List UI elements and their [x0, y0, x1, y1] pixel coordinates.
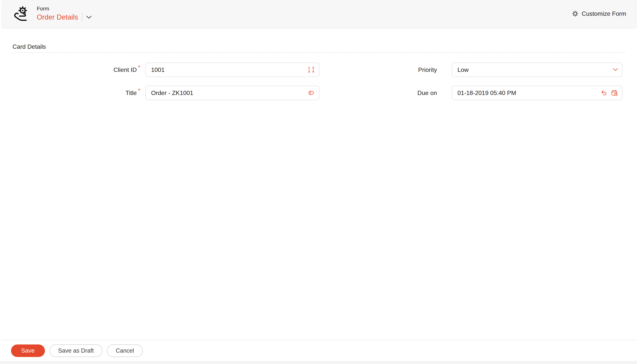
- gear-icon: [572, 10, 578, 17]
- client-id-label: Client ID*: [0, 62, 140, 77]
- header-bar: Form Order Details Customize Form: [2, 0, 637, 28]
- required-asterisk: *: [138, 88, 140, 93]
- bottom-edge-strip: [0, 361, 637, 364]
- number-icon-row1: 1 2: [308, 66, 315, 70]
- section-divider: [12, 52, 625, 53]
- due-on-label: Due on: [320, 86, 437, 100]
- due-on-value: 01-18-2019 05:40 PM: [452, 90, 516, 96]
- section-title: Card Details: [12, 43, 46, 50]
- calendar-clock-icon[interactable]: [611, 90, 618, 96]
- title-field: [146, 86, 320, 100]
- header-form-label: Form: [37, 6, 92, 12]
- due-on-label-text: Due on: [418, 90, 437, 96]
- priority-label-text: Priority: [418, 66, 437, 73]
- title-divider: [82, 13, 82, 22]
- text-field-icon: [307, 90, 315, 96]
- priority-selected-value: Low: [452, 66, 469, 73]
- customize-form-button[interactable]: Customize Form: [572, 10, 626, 17]
- priority-label: Priority: [320, 62, 437, 77]
- hand-gear-logo-icon: [13, 5, 31, 22]
- priority-dropdown[interactable]: Low: [452, 62, 622, 77]
- header-title-block: Form Order Details: [37, 6, 92, 22]
- save-as-draft-button[interactable]: Save as Draft: [50, 344, 102, 357]
- title-label-text: Title: [126, 90, 137, 96]
- number-icon-row2: 3 4: [308, 70, 315, 73]
- customize-form-label: Customize Form: [582, 10, 626, 17]
- save-button[interactable]: Save: [11, 344, 45, 357]
- undo-icon[interactable]: [601, 90, 607, 96]
- footer-action-bar: Save Save as Draft Cancel: [2, 340, 637, 361]
- client-id-label-text: Client ID: [114, 66, 137, 73]
- title-input[interactable]: [146, 86, 319, 100]
- due-on-field[interactable]: 01-18-2019 05:40 PM: [452, 86, 622, 100]
- client-id-field: 1 23 4: [146, 62, 320, 77]
- chevron-down-icon[interactable]: [86, 16, 92, 19]
- page-title: Order Details: [37, 13, 78, 22]
- title-label: Title*: [0, 86, 140, 100]
- form-fields-area: Client ID* 1 23 4 Priority Low Title* Du…: [0, 62, 622, 100]
- cancel-button[interactable]: Cancel: [107, 344, 143, 357]
- required-asterisk: *: [138, 64, 140, 70]
- client-id-input[interactable]: [146, 63, 319, 76]
- chevron-down-icon[interactable]: [613, 68, 618, 71]
- number-field-icon: 1 23 4: [308, 66, 315, 73]
